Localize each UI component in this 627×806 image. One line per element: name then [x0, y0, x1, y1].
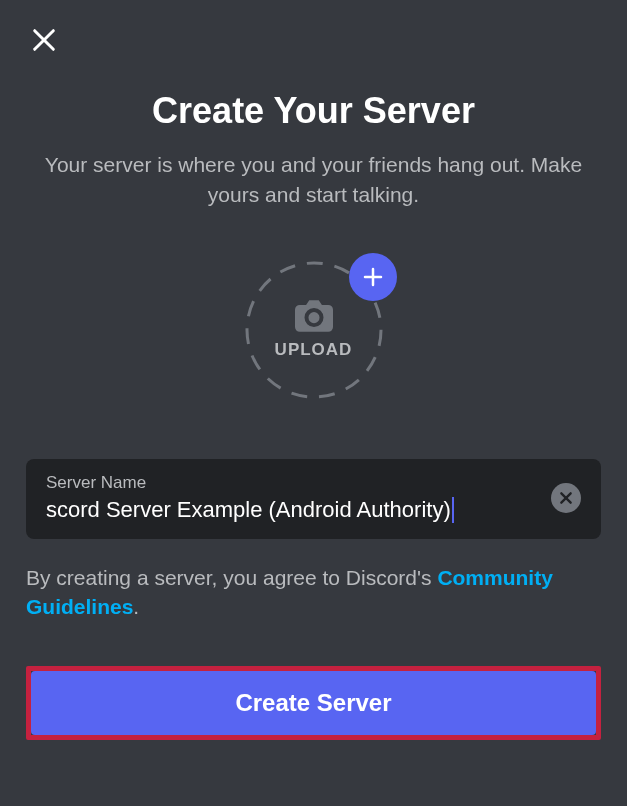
server-name-label: Server Name: [46, 473, 535, 493]
create-server-button[interactable]: Create Server: [31, 671, 596, 735]
clear-input-button[interactable]: [551, 483, 581, 513]
upload-label: UPLOAD: [275, 340, 353, 360]
agreement-text: By creating a server, you agree to Disco…: [0, 563, 627, 622]
plus-icon: [361, 265, 385, 289]
page-subtitle: Your server is where you and your friend…: [0, 150, 627, 211]
server-name-input-container[interactable]: Server Name scord Server Example (Androi…: [26, 459, 601, 539]
upload-avatar-button[interactable]: UPLOAD: [243, 259, 385, 401]
create-server-form: Create Your Server Your server is where …: [0, 0, 627, 740]
server-name-value: scord Server Example (Android Authority): [46, 497, 451, 523]
text-cursor: [452, 497, 454, 523]
create-button-highlight: Create Server: [26, 666, 601, 740]
close-icon: [30, 26, 58, 54]
camera-icon: [295, 300, 333, 332]
page-title: Create Your Server: [0, 90, 627, 132]
plus-badge: [349, 253, 397, 301]
agreement-suffix: .: [133, 595, 139, 618]
close-icon: [558, 490, 574, 506]
server-name-input[interactable]: scord Server Example (Android Authority): [46, 497, 535, 523]
agreement-prefix: By creating a server, you agree to Disco…: [26, 566, 437, 589]
close-button[interactable]: [28, 24, 60, 56]
